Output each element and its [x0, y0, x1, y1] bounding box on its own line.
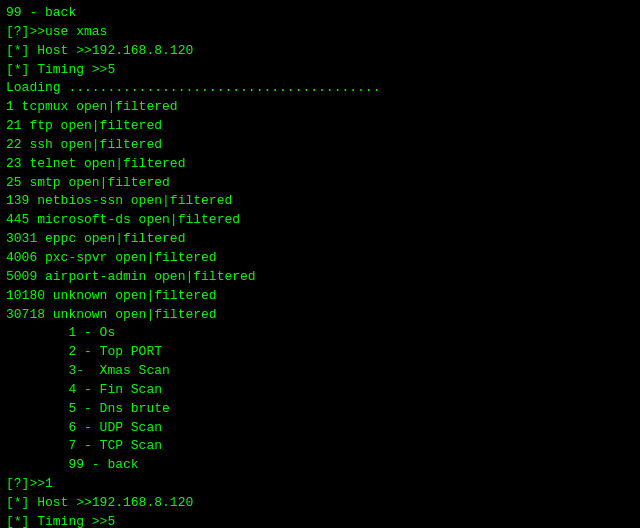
terminal-line-15: 5009 airport-admin open|filtered — [6, 268, 634, 287]
terminal-line-5: Loading ................................… — [6, 79, 634, 98]
terminal-line-19: 1 - Os — [6, 324, 634, 343]
terminal-line-26: 99 - back — [6, 456, 634, 475]
terminal-line-13: 3031 eppc open|filtered — [6, 230, 634, 249]
terminal-line-21: 3- Xmas Scan — [6, 362, 634, 381]
terminal-line-22: 4 - Fin Scan — [6, 381, 634, 400]
terminal-line-2: [?]>>use xmas — [6, 23, 634, 42]
terminal-line-10: 25 smtp open|filtered — [6, 174, 634, 193]
terminal-line-0: 99 - back — [6, 4, 634, 23]
terminal-window: 99 - back[?]>>use xmas[*] Host >>192.168… — [0, 0, 640, 528]
terminal-line-25: 7 - TCP Scan — [6, 437, 634, 456]
terminal-line-30: [*] Timing >>5 — [6, 513, 634, 528]
terminal-line-14: 4006 pxc-spvr open|filtered — [6, 249, 634, 268]
terminal-line-24: 6 - UDP Scan — [6, 419, 634, 438]
terminal-line-6: 1 tcpmux open|filtered — [6, 98, 634, 117]
terminal-line-16: 10180 unknown open|filtered — [6, 287, 634, 306]
terminal-line-8: 22 ssh open|filtered — [6, 136, 634, 155]
terminal-line-7: 21 ftp open|filtered — [6, 117, 634, 136]
terminal-line-23: 5 - Dns brute — [6, 400, 634, 419]
terminal-line-17: 30718 unknown open|filtered — [6, 306, 634, 325]
terminal-line-3: [*] Host >>192.168.8.120 — [6, 42, 634, 61]
terminal-line-4: [*] Timing >>5 — [6, 61, 634, 80]
terminal-line-12: 445 microsoft-ds open|filtered — [6, 211, 634, 230]
terminal-line-11: 139 netbios-ssn open|filtered — [6, 192, 634, 211]
terminal-line-20: 2 - Top PORT — [6, 343, 634, 362]
terminal-line-9: 23 telnet open|filtered — [6, 155, 634, 174]
terminal-line-28: [?]>>1 — [6, 475, 634, 494]
terminal-line-29: [*] Host >>192.168.8.120 — [6, 494, 634, 513]
